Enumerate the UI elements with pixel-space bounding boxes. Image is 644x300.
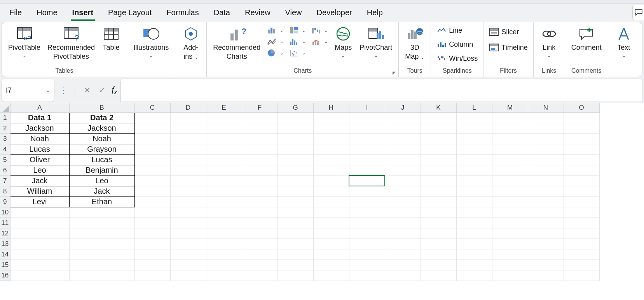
cell-K13[interactable] <box>421 239 456 249</box>
cell-O14[interactable] <box>564 249 599 260</box>
cell-M5[interactable] <box>492 154 528 165</box>
charts-dialog-launcher[interactable] <box>390 69 395 74</box>
cell-H9[interactable] <box>313 196 349 207</box>
cell-M11[interactable] <box>492 218 528 228</box>
cell-N2[interactable] <box>528 123 564 133</box>
cell-A1[interactable]: Data 1 <box>10 112 69 123</box>
cell-N7[interactable] <box>528 175 564 186</box>
cell-F8[interactable] <box>242 186 277 196</box>
illustrations-button[interactable]: Illustrations ⌄ <box>131 25 171 60</box>
cell-G6[interactable] <box>277 165 313 175</box>
cell-N16[interactable] <box>528 270 564 281</box>
cell-L16[interactable] <box>456 270 492 281</box>
cell-D3[interactable] <box>170 133 206 144</box>
cell-H4[interactable] <box>313 144 349 154</box>
link-button[interactable]: Link ⌄ <box>538 25 561 60</box>
cell-O3[interactable] <box>564 133 599 144</box>
cell-I2[interactable] <box>349 123 385 133</box>
sparkline-winloss-button[interactable]: Win/Loss <box>435 53 479 63</box>
cell-O6[interactable] <box>564 165 599 175</box>
row-header-6[interactable]: 6 <box>0 165 10 175</box>
cell-J2[interactable] <box>385 123 421 133</box>
cell-M2[interactable] <box>492 123 528 133</box>
cell-E5[interactable] <box>206 154 242 165</box>
row-header-16[interactable]: 16 <box>0 270 10 281</box>
cell-E12[interactable] <box>206 228 242 239</box>
column-header-E[interactable]: E <box>206 103 242 112</box>
cell-G15[interactable] <box>277 260 313 270</box>
sparkline-column-button[interactable]: Column <box>435 39 479 49</box>
formula-menu-button[interactable]: ⋮ <box>58 86 68 95</box>
name-box[interactable]: I7 ⌄ <box>2 79 54 102</box>
cell-O5[interactable] <box>564 154 599 165</box>
cell-E16[interactable] <box>206 270 242 281</box>
cell-A12[interactable] <box>10 228 69 239</box>
cell-B3[interactable]: Noah <box>69 133 134 144</box>
cell-N10[interactable] <box>528 207 564 218</box>
cell-B2[interactable]: Jackson <box>69 123 134 133</box>
cell-C7[interactable] <box>134 175 170 186</box>
cell-K6[interactable] <box>421 165 456 175</box>
cell-M4[interactable] <box>492 144 528 154</box>
cell-F3[interactable] <box>242 133 277 144</box>
cell-L9[interactable] <box>456 196 492 207</box>
cell-O12[interactable] <box>564 228 599 239</box>
3d-map-button[interactable]: 3D Map ⌄ <box>403 25 427 61</box>
cell-C6[interactable] <box>134 165 170 175</box>
cell-L7[interactable] <box>456 175 492 186</box>
cell-M15[interactable] <box>492 260 528 270</box>
column-header-F[interactable]: F <box>242 103 277 112</box>
cell-A5[interactable]: Oliver <box>10 154 69 165</box>
cell-H12[interactable] <box>313 228 349 239</box>
cell-K5[interactable] <box>421 154 456 165</box>
cell-A6[interactable]: Leo <box>10 165 69 175</box>
cell-J11[interactable] <box>385 218 421 228</box>
cell-N9[interactable] <box>528 196 564 207</box>
cell-I15[interactable] <box>349 260 385 270</box>
cell-I8[interactable] <box>349 186 385 196</box>
cell-F14[interactable] <box>242 249 277 260</box>
cell-I9[interactable] <box>349 196 385 207</box>
tab-review[interactable]: Review <box>243 6 272 21</box>
cell-B10[interactable] <box>69 207 134 218</box>
cell-K16[interactable] <box>421 270 456 281</box>
cell-D12[interactable] <box>170 228 206 239</box>
cell-C8[interactable] <box>134 186 170 196</box>
cell-H10[interactable] <box>313 207 349 218</box>
tab-page-layout[interactable]: Page Layout <box>106 6 153 21</box>
cell-G7[interactable] <box>277 175 313 186</box>
cell-E15[interactable] <box>206 260 242 270</box>
row-header-8[interactable]: 8 <box>0 186 10 196</box>
cell-L3[interactable] <box>456 133 492 144</box>
column-header-M[interactable]: M <box>492 103 528 112</box>
column-header-O[interactable]: O <box>564 103 599 112</box>
cell-D4[interactable] <box>170 144 206 154</box>
tab-file[interactable]: File <box>8 6 23 21</box>
cell-M7[interactable] <box>492 175 528 186</box>
cell-C11[interactable] <box>134 218 170 228</box>
cell-B9[interactable]: Ethan <box>69 196 134 207</box>
cell-A13[interactable] <box>10 239 69 249</box>
row-header-15[interactable]: 15 <box>0 260 10 270</box>
cell-N6[interactable] <box>528 165 564 175</box>
row-header-11[interactable]: 11 <box>0 218 10 228</box>
cell-E1[interactable] <box>206 112 242 123</box>
cell-I14[interactable] <box>349 249 385 260</box>
row-header-7[interactable]: 7 <box>0 175 10 186</box>
cancel-formula-button[interactable]: ✕ <box>82 86 92 95</box>
cell-H15[interactable] <box>313 260 349 270</box>
cell-D5[interactable] <box>170 154 206 165</box>
cell-D9[interactable] <box>170 196 206 207</box>
cell-B4[interactable]: Grayson <box>69 144 134 154</box>
cell-N1[interactable] <box>528 112 564 123</box>
cell-J16[interactable] <box>385 270 421 281</box>
cell-I11[interactable] <box>349 218 385 228</box>
cell-C4[interactable] <box>134 144 170 154</box>
cell-F6[interactable] <box>242 165 277 175</box>
cell-M12[interactable] <box>492 228 528 239</box>
cell-D10[interactable] <box>170 207 206 218</box>
cell-O11[interactable] <box>564 218 599 228</box>
cell-H3[interactable] <box>313 133 349 144</box>
hierarchy-chart-button[interactable]: ⌄ <box>287 25 307 35</box>
cell-M14[interactable] <box>492 249 528 260</box>
